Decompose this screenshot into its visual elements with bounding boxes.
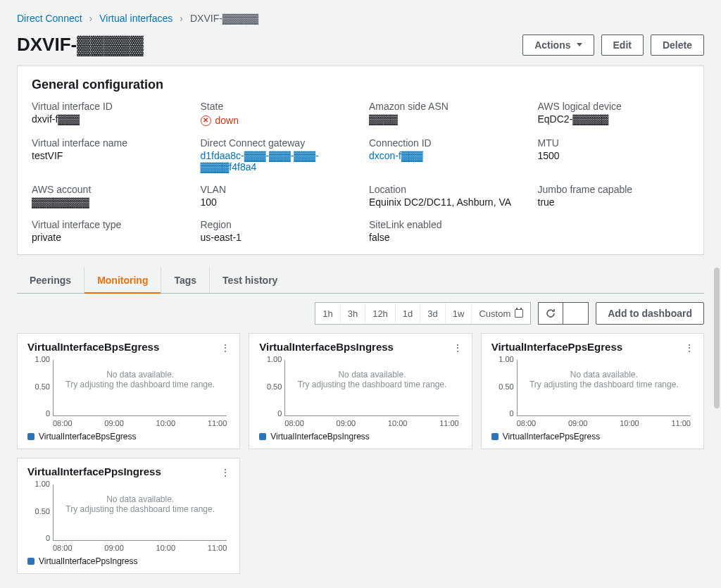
nodata-line1: No data available. [54, 494, 227, 504]
tab-monitoring[interactable]: Monitoring [84, 268, 161, 293]
range-custom[interactable]: Custom [472, 303, 530, 324]
general-configuration-panel: General configuration Virtual interface … [17, 65, 704, 255]
range-1w[interactable]: 1w [446, 303, 472, 324]
x-tick: 11:00 [671, 419, 691, 427]
y-tick: 1.00 [35, 480, 50, 488]
field-label: MTU [538, 137, 690, 149]
field-label: AWS account [32, 184, 184, 195]
refresh-menu-button[interactable] [563, 302, 589, 325]
y-tick: 0 [277, 409, 282, 418]
edit-button[interactable]: Edit [601, 35, 644, 56]
y-tick: 1.00 [267, 355, 282, 363]
range-1h[interactable]: 1h [315, 303, 340, 324]
x-tick: 10:00 [156, 419, 176, 427]
x-tick: 11:00 [208, 419, 227, 427]
field-aws-account: AWS account ▓▓▓▓▓▓▓▓ [32, 184, 184, 208]
y-tick: 0.50 [35, 382, 50, 391]
field-label: Virtual interface name [32, 137, 184, 149]
y-tick: 0.50 [35, 507, 50, 515]
field-label: Virtual interface type [32, 219, 184, 230]
field-label: Amazon side ASN [369, 101, 521, 112]
x-tick: 08:00 [517, 419, 537, 427]
chart-menu-button[interactable]: ⋮ [449, 339, 466, 356]
field-value: EqDC2-▓▓▓▓▓ [538, 113, 690, 125]
field-label: Connection ID [369, 137, 521, 149]
field-value: 100 [201, 196, 353, 208]
field-label: Direct Connect gateway [201, 137, 353, 149]
y-tick: 0.50 [499, 382, 513, 391]
panel-title: General configuration [18, 66, 703, 95]
field-mtu: MTU 1500 [538, 137, 690, 173]
field-value: false [369, 232, 521, 243]
field-amazon-side-asn: Amazon side ASN ▓▓▓▓ [369, 101, 521, 126]
field-value: ▓▓▓▓ [369, 113, 521, 125]
connection-id-link[interactable]: dxcon-f▓▓▓ [369, 150, 423, 161]
x-tick: 11:00 [208, 544, 227, 552]
chart-legend: VirtualInterfacePpsIngress [27, 556, 230, 566]
x-tick: 11:00 [439, 419, 459, 427]
refresh-button[interactable] [538, 302, 563, 325]
plot-area: No data available. Try adjusting the das… [517, 360, 691, 416]
legend-label: VirtualInterfaceBpsEgress [39, 432, 137, 442]
field-aws-logical-device: AWS logical device EqDC2-▓▓▓▓▓ [538, 101, 690, 126]
range-1d[interactable]: 1d [396, 303, 420, 324]
nodata-line2: Try adjusting the dashboard time range. [285, 380, 458, 389]
field-sitelink-enabled: SiteLink enabled false [369, 219, 521, 243]
caret-down-icon [577, 43, 582, 46]
field-label: SiteLink enabled [369, 219, 521, 230]
chart-legend: VirtualInterfaceBpsEgress [27, 432, 230, 442]
direct-connect-gateway-link[interactable]: d1fdaa8c-▓▓▓-▓▓▓-▓▓▓-▓▓▓▓f4f8a4 [201, 150, 319, 173]
field-label: AWS logical device [538, 101, 690, 112]
range-12h[interactable]: 12h [365, 303, 396, 324]
x-tick: 09:00 [104, 419, 124, 427]
time-range-group: 1h 3h 12h 1d 3d 1w Custom [315, 302, 531, 325]
nodata-line2: Try adjusting the dashboard time range. [54, 504, 227, 514]
chart-menu-button[interactable]: ⋮ [681, 339, 698, 356]
field-value: ▓▓▓▓▓▓▓▓ [32, 196, 184, 208]
legend-swatch-icon [259, 433, 266, 440]
nodata-line1: No data available. [518, 370, 691, 380]
chart-title: VirtualInterfaceBpsEgress [27, 341, 230, 353]
breadcrumb-root[interactable]: Direct Connect [17, 13, 82, 24]
delete-button[interactable]: Delete [651, 35, 704, 56]
field-vlan: VLAN 100 [201, 184, 353, 208]
range-3d[interactable]: 3d [420, 303, 445, 324]
field-label: Virtual interface ID [32, 101, 184, 112]
chart-title: VirtualInterfacePpsIngress [27, 465, 230, 477]
add-to-dashboard-button[interactable]: Add to dashboard [596, 302, 704, 325]
field-jumbo-frame-capable: Jumbo frame capable true [538, 184, 690, 208]
tab-tags[interactable]: Tags [161, 268, 209, 293]
nodata-line1: No data available. [285, 370, 458, 380]
nodata-line1: No data available. [54, 370, 227, 380]
field-value: private [32, 232, 184, 243]
field-label: Location [369, 184, 521, 195]
legend-label: VirtualInterfaceBpsIngress [270, 432, 370, 442]
tab-peerings[interactable]: Peerings [17, 268, 84, 293]
field-region: Region us-east-1 [201, 219, 353, 243]
chart-menu-button[interactable]: ⋮ [217, 339, 234, 356]
chart-menu-button[interactable]: ⋮ [217, 464, 234, 481]
x-tick: 08:00 [53, 419, 73, 427]
chart-legend: VirtualInterfacePpsEgress [491, 432, 694, 442]
y-tick: 0 [46, 409, 50, 418]
tab-test-history[interactable]: Test history [209, 268, 290, 293]
x-tick: 09:00 [104, 544, 124, 552]
legend-label: VirtualInterfacePpsIngress [39, 556, 138, 566]
legend-label: VirtualInterfacePpsEgress [503, 432, 601, 442]
actions-button[interactable]: Actions [522, 35, 594, 56]
breadcrumb-virtual-interfaces[interactable]: Virtual interfaces [99, 13, 173, 24]
range-3h[interactable]: 3h [341, 303, 365, 324]
scrollbar-thumb[interactable] [714, 268, 720, 408]
field-location: Location Equinix DC2/DC11, Ashburn, VA [369, 184, 521, 208]
field-state: State ✕ down [201, 101, 353, 126]
legend-swatch-icon [491, 433, 499, 440]
chart-card-bps-ingress: ⋮ VirtualInterfaceBpsIngress 1.00 0.50 0… [249, 333, 472, 449]
y-tick: 0 [46, 534, 50, 542]
breadcrumb: Direct Connect › Virtual interfaces › DX… [17, 13, 704, 24]
y-tick: 0 [510, 409, 514, 418]
y-tick: 0.50 [267, 382, 282, 391]
y-tick: 1.00 [499, 355, 513, 363]
field-value: Equinix DC2/DC11, Ashburn, VA [369, 196, 521, 208]
x-tick: 09:00 [337, 419, 356, 427]
state-down-value: ✕ down [201, 115, 239, 126]
